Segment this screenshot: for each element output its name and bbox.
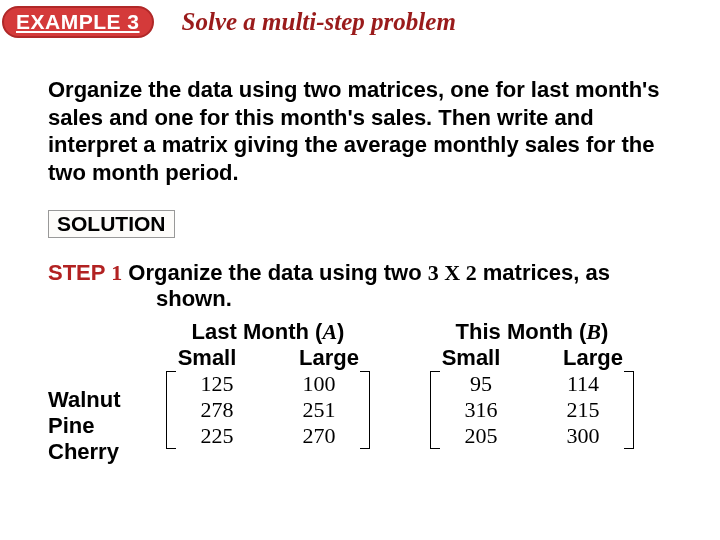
matrix-a-col-heads: Small Large: [146, 345, 390, 371]
header: EXAMPLE 3 Solve a multi-step problem: [0, 0, 720, 38]
matrix-a-letter: A: [322, 319, 337, 344]
matrix-a-col-large: 100 251 270: [268, 371, 370, 449]
content-body: Organize the data using two matrices, on…: [0, 76, 720, 465]
solution-label: SOLUTION: [48, 210, 175, 238]
matrix-b: This Month (B) Small Large 95 316: [410, 319, 654, 465]
step-number: 1: [111, 260, 122, 285]
row-labels: Walnut Pine Cherry: [48, 319, 146, 465]
matrix-a-body: 125 278 225 100 251 270: [166, 371, 370, 449]
matrices: Walnut Pine Cherry Last Month (A) Small …: [48, 319, 672, 465]
cell: 100: [268, 371, 370, 397]
matrix-a-col-small: 125 278 225: [166, 371, 268, 449]
step-label: STEP: [48, 260, 105, 285]
page-title: Solve a multi-step problem: [182, 8, 456, 36]
matrix-b-col-small: 95 316 205: [430, 371, 532, 449]
col-head: Large: [268, 345, 390, 371]
matrix-a: Last Month (A) Small Large 125 278: [146, 319, 390, 465]
cell: 95: [430, 371, 532, 397]
matrix-b-title-suffix: ): [601, 319, 608, 344]
matrix-dimensions: 3 X 2: [428, 260, 477, 285]
matrix-b-col-heads: Small Large: [410, 345, 654, 371]
cell: 278: [166, 397, 268, 423]
problem-statement: Organize the data using two matrices, on…: [48, 76, 672, 186]
step-1: STEP 1 Organize the data using two 3 X 2…: [48, 260, 672, 465]
cell: 300: [532, 423, 634, 449]
cell: 225: [166, 423, 268, 449]
col-head: Small: [410, 345, 532, 371]
row-label: Cherry: [48, 439, 146, 465]
cell: 270: [268, 423, 370, 449]
cell: 114: [532, 371, 634, 397]
row-label: Walnut: [48, 387, 146, 413]
step-text-c: shown.: [48, 286, 672, 312]
matrix-a-title: Last Month (A): [146, 319, 390, 345]
cell: 251: [268, 397, 370, 423]
step-heading: STEP 1 Organize the data using two 3 X 2…: [48, 260, 672, 286]
cell: 316: [430, 397, 532, 423]
example-badge: EXAMPLE 3: [2, 6, 154, 38]
matrix-a-title-prefix: Last Month (: [192, 319, 323, 344]
cell: 125: [166, 371, 268, 397]
cell: 215: [532, 397, 634, 423]
col-head: Large: [532, 345, 654, 371]
row-label: Pine: [48, 413, 146, 439]
cell: 205: [430, 423, 532, 449]
matrix-b-title: This Month (B): [410, 319, 654, 345]
step-text-a: Organize the data using two: [128, 260, 427, 285]
matrix-b-letter: B: [586, 319, 601, 344]
matrix-b-title-prefix: This Month (: [456, 319, 587, 344]
matrix-a-title-suffix: ): [337, 319, 344, 344]
col-head: Small: [146, 345, 268, 371]
matrix-b-col-large: 114 215 300: [532, 371, 634, 449]
matrix-b-body: 95 316 205 114 215 300: [430, 371, 634, 449]
step-text-b: matrices, as: [477, 260, 610, 285]
